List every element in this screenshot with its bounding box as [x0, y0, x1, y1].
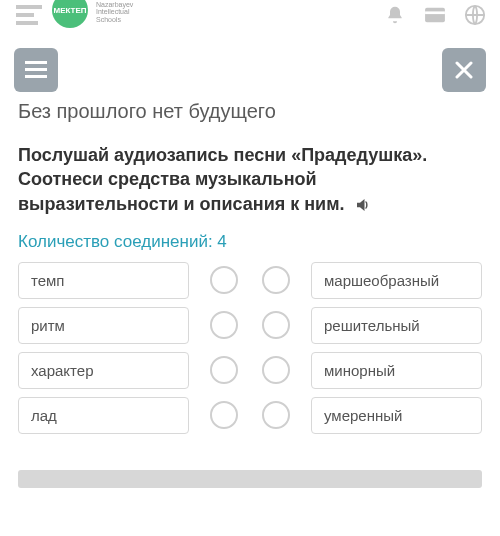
connections-count: Количество соединений: 4 — [18, 232, 482, 252]
svg-rect-4 — [425, 11, 445, 14]
left-node[interactable] — [210, 401, 238, 429]
right-term[interactable]: маршеобразный — [311, 262, 482, 299]
content: Без прошлого нет будущего Послушай аудио… — [0, 100, 500, 446]
match-row: ритм решительный — [18, 307, 482, 344]
right-node[interactable] — [262, 356, 290, 384]
app-logo-icon — [14, 3, 44, 27]
svg-rect-0 — [16, 5, 42, 9]
left-term[interactable]: характер — [18, 352, 189, 389]
match-row: темп маршеобразный — [18, 262, 482, 299]
left-term[interactable]: темп — [18, 262, 189, 299]
hamburger-icon — [25, 61, 47, 79]
left-node[interactable] — [210, 356, 238, 384]
match-row: лад умеренный — [18, 397, 482, 434]
right-node[interactable] — [262, 266, 290, 294]
brand-text: Nazarbayev Intellectual Schools — [96, 1, 133, 23]
top-actions — [384, 4, 486, 26]
right-node[interactable] — [262, 401, 290, 429]
svg-rect-1 — [16, 13, 34, 17]
right-term[interactable]: умеренный — [311, 397, 482, 434]
svg-rect-8 — [25, 75, 47, 78]
top-bar: МЕКТЕП Nazarbayev Intellectual Schools — [0, 0, 500, 30]
svg-rect-7 — [25, 68, 47, 71]
menu-button[interactable] — [14, 48, 58, 92]
close-button[interactable] — [442, 48, 486, 92]
lesson-title: Без прошлого нет будущего — [18, 100, 482, 123]
left-term[interactable]: ритм — [18, 307, 189, 344]
svg-rect-6 — [25, 61, 47, 64]
svg-rect-2 — [16, 21, 38, 25]
close-icon — [455, 61, 473, 79]
right-term[interactable]: решительный — [311, 307, 482, 344]
audio-icon[interactable] — [354, 196, 372, 214]
left-node[interactable] — [210, 311, 238, 339]
left-node[interactable] — [210, 266, 238, 294]
brand-group: МЕКТЕП Nazarbayev Intellectual Schools — [14, 2, 133, 28]
match-grid: темп маршеобразный ритм решительный хара… — [18, 262, 482, 434]
right-node[interactable] — [262, 311, 290, 339]
svg-rect-3 — [425, 8, 445, 22]
right-term[interactable]: минорный — [311, 352, 482, 389]
mektep-logo: МЕКТЕП — [52, 0, 88, 28]
nav-row — [0, 38, 500, 98]
left-term[interactable]: лад — [18, 397, 189, 434]
card-icon[interactable] — [424, 4, 446, 26]
match-row: характер минорный — [18, 352, 482, 389]
progress-bar — [18, 470, 482, 488]
bell-icon[interactable] — [384, 4, 406, 26]
task-instruction: Послушай аудиозапись песни «Прадедушка».… — [18, 143, 482, 216]
globe-icon[interactable] — [464, 4, 486, 26]
